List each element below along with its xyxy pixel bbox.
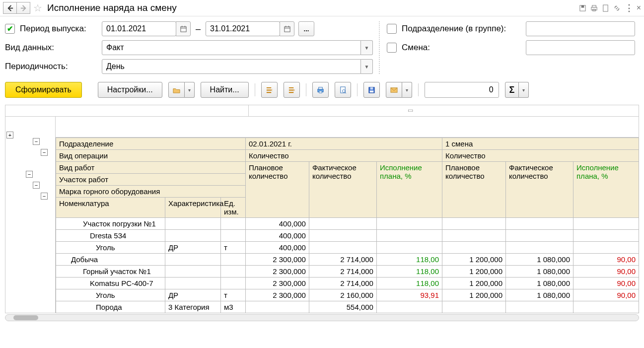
save-button[interactable] [363,82,380,98]
report-table: Подразделение 02.01.2021 г. 1 смена Вид … [56,138,639,313]
data-type-input[interactable] [102,40,361,55]
unit-input[interactable] [526,21,635,36]
column-collapse-handle[interactable] [408,106,413,114]
period-select-button[interactable]: ... [298,21,314,36]
preview-button[interactable] [335,82,351,98]
arrow-right-icon [20,4,27,12]
hdr-date: 02.01.2021 г. [245,138,442,150]
svg-rect-7 [603,4,607,11]
tree-toggle[interactable]: − [26,171,33,178]
print-icon[interactable] [590,4,598,12]
calendar-icon [284,25,291,33]
periodicity-label: Периодичность: [5,62,102,71]
row-s-plan: 1 200,000 [442,254,506,266]
row-s-fact [506,301,573,313]
printer-icon [317,86,324,94]
row-s-exec [573,230,639,242]
hdr-char: Характеристика [165,198,220,218]
periodicity-dropdown[interactable]: ▼ [361,59,373,74]
favorite-star-icon[interactable]: ☆ [33,2,42,14]
row-d-plan: 2 300,000 [245,289,309,301]
email-button[interactable] [386,82,402,98]
find-button[interactable]: Найти... [201,82,249,98]
forward-button[interactable] [16,2,30,14]
svg-rect-3 [581,5,584,7]
calendar-icon [180,25,187,33]
unit-checkbox[interactable] [387,24,397,34]
row-d-exec: 118,00 [376,254,442,266]
report-area: + Подразделение 02.01.2021 г. 1 смена Ви… [0,105,644,321]
shift-checkbox[interactable] [387,43,397,53]
period-checkbox[interactable] [5,24,15,34]
unit-label: Подразделение (в группе): [402,24,521,34]
arrow-left-icon [6,4,14,12]
date-from-input[interactable] [102,21,176,36]
row-d-exec: 93,91 [376,289,442,301]
document-icon[interactable] [602,4,609,12]
row-s-fact [506,230,573,242]
sum-dropdown[interactable]: ▾ [519,82,529,98]
save-icon[interactable] [579,4,586,12]
shift-input[interactable] [526,40,635,55]
print-button[interactable] [312,82,329,98]
sum-button[interactable]: Σ [505,82,519,98]
row-s-plan: 1 200,000 [442,278,506,289]
svg-rect-12 [284,26,289,31]
hdr-fact-d: Фактическое количество [309,162,376,218]
toolbar: Сформировать Настройки... ▾ Найти... ▾ Σ… [0,79,644,105]
expand-icon [266,86,273,94]
row-char: ДР [165,289,220,301]
date-to-calendar[interactable] [280,21,294,36]
row-char [165,254,220,266]
row-uom [220,266,245,278]
row-d-exec [376,301,442,313]
tree-toggle[interactable]: − [41,149,48,156]
expand-all-button[interactable] [261,82,278,98]
row-s-exec: 90,00 [573,254,639,266]
hdr-worktype: Вид работ [56,162,245,174]
preview-icon [339,86,347,94]
page-title: Исполнение наряда на смену [47,2,177,13]
row-uom: м3 [220,301,245,313]
link-icon[interactable] [613,4,621,12]
variants-dropdown[interactable]: ▾ [185,82,195,98]
row-uom: т [220,289,245,301]
period-label: Период выпуска: [20,24,86,34]
row-d-exec [376,242,442,254]
date-to-input[interactable] [206,21,280,36]
periodicity-input[interactable] [102,59,361,74]
generate-button[interactable]: Сформировать [5,82,82,98]
row-uom [220,218,245,230]
row-s-plan: 1 200,000 [442,266,506,278]
table-row: Участок погрузки №1400,000 [56,218,639,230]
tree-toggle[interactable]: − [33,182,40,189]
row-name: Komatsu PC-400-7 [56,278,165,289]
back-button[interactable] [3,2,17,14]
row-d-exec [376,230,442,242]
close-icon[interactable]: × [637,3,641,12]
folder-icon [173,86,180,94]
row-s-plan [442,230,506,242]
row-name: Горный участок №1 [56,266,165,278]
date-from-calendar[interactable] [176,21,191,36]
variants-button[interactable] [168,82,185,98]
tree-toggle[interactable]: − [41,193,48,200]
collapse-all-button[interactable] [284,82,300,98]
row-d-fact: 2 714,000 [309,266,376,278]
settings-button[interactable]: Настройки... [98,82,162,98]
svg-rect-18 [319,91,322,93]
data-type-dropdown[interactable]: ▼ [361,40,373,55]
svg-rect-8 [180,26,186,31]
more-icon[interactable]: ⋮ [625,2,633,13]
hdr-exec-s: Исполнение плана, % [573,162,639,218]
row-d-fact: 2 714,000 [309,254,376,266]
horizontal-scrollbar[interactable] [5,314,639,321]
filter-panel: Период выпуска: – ... Вид данных: ▼ Пери… [0,16,644,79]
row-s-fact [506,218,573,230]
row-char: 3 Категория [165,301,220,313]
expand-root-button[interactable]: + [6,132,13,139]
tree-toggle[interactable]: − [33,138,40,145]
row-s-plan [442,242,506,254]
sum-box[interactable] [425,82,499,98]
email-dropdown[interactable]: ▾ [402,82,412,98]
